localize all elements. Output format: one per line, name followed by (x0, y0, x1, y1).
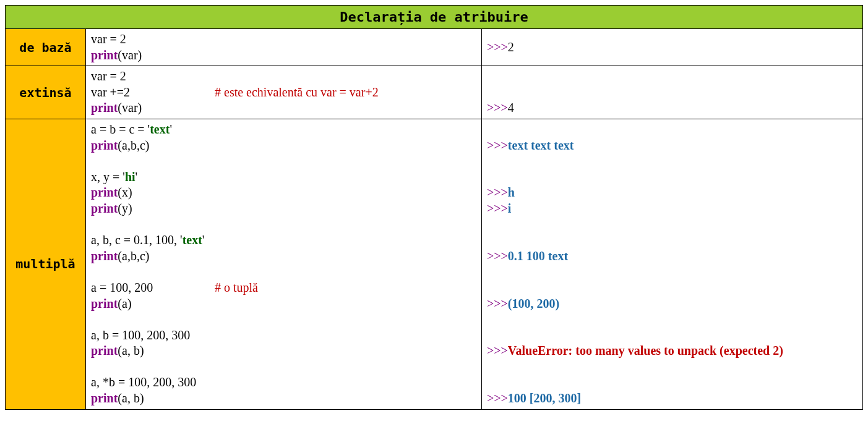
output-line: >>>h (487, 185, 857, 201)
blank-line (91, 153, 476, 169)
code-line: print(a, b) (91, 343, 476, 359)
code-line: print(var) (91, 100, 476, 116)
code-line: print(x) (91, 185, 476, 201)
output-cell-extended: >>>4 (482, 66, 863, 119)
code-cell-extended: var = 2 var +=2# este echivalentă cu var… (86, 66, 482, 119)
blank-line (487, 169, 857, 185)
code-cell-multiple: a = b = c = 'text' print(a,b,c) x, y = '… (86, 119, 482, 409)
output-line: >>>4 (487, 100, 857, 116)
code-cell-basic: var = 2 print(var) (86, 29, 482, 66)
assignment-table: Declarația de atribuire de bază var = 2 … (5, 5, 863, 410)
blank-line (91, 217, 476, 233)
blank-line (487, 312, 857, 328)
code-line: a = b = c = 'text' (91, 122, 476, 138)
code-line: var = 2 (91, 32, 476, 48)
code-line: print(a,b,c) (91, 138, 476, 154)
header-row: Declarația de atribuire (6, 6, 863, 29)
table-row: de bază var = 2 print(var) >>>2 (6, 29, 863, 66)
code-line: print(a) (91, 296, 476, 312)
code-line: a = 100, 200# o tuplă (91, 280, 476, 296)
output-cell-basic: >>>2 (482, 29, 863, 66)
code-line: a, b, c = 0.1, 100, 'text' (91, 232, 476, 248)
code-line: x, y = 'hi' (91, 169, 476, 185)
blank-line (91, 312, 476, 328)
row-label-multiple: multiplă (6, 119, 86, 409)
output-cell-multiple: >>>text text text >>>h >>>i >>>0.1 100 t… (482, 119, 863, 409)
output-line: >>>i (487, 201, 857, 217)
blank-line (487, 153, 857, 169)
blank-line (487, 280, 857, 296)
code-line: a, *b = 100, 200, 300 (91, 375, 476, 391)
output-line: >>>0.1 100 text (487, 248, 857, 265)
blank-line (487, 375, 857, 391)
table-title: Declarația de atribuire (6, 6, 863, 29)
output-line: >>>ValueError: too many values to unpack… (487, 343, 857, 359)
code-line: print(y) (91, 201, 476, 217)
output-line: >>>100 [200, 300] (487, 391, 857, 407)
code-line: var +=2# este echivalentă cu var = var+2 (91, 85, 476, 101)
code-line: a, b = 100, 200, 300 (91, 328, 476, 344)
row-label-basic: de bază (6, 29, 86, 66)
table-row: multiplă a = b = c = 'text' print(a,b,c)… (6, 119, 863, 409)
output-line: >>>2 (487, 40, 857, 56)
blank-line (91, 359, 476, 375)
code-line: var = 2 (91, 69, 476, 85)
blank-line (487, 217, 857, 233)
blank-line (487, 122, 857, 138)
output-line: >>>(100, 200) (487, 296, 857, 312)
table-row: extinsă var = 2 var +=2# este echivalent… (6, 66, 863, 119)
code-line: print(a,b,c) (91, 248, 476, 265)
blank-line (487, 232, 857, 248)
code-line: print(var) (91, 48, 476, 64)
blank-line (487, 359, 857, 375)
blank-line (91, 264, 476, 280)
row-label-extended: extinsă (6, 66, 86, 119)
code-line: print(a, b) (91, 391, 476, 407)
blank-line (487, 264, 857, 280)
output-line: >>>text text text (487, 138, 857, 154)
blank-line (487, 328, 857, 344)
